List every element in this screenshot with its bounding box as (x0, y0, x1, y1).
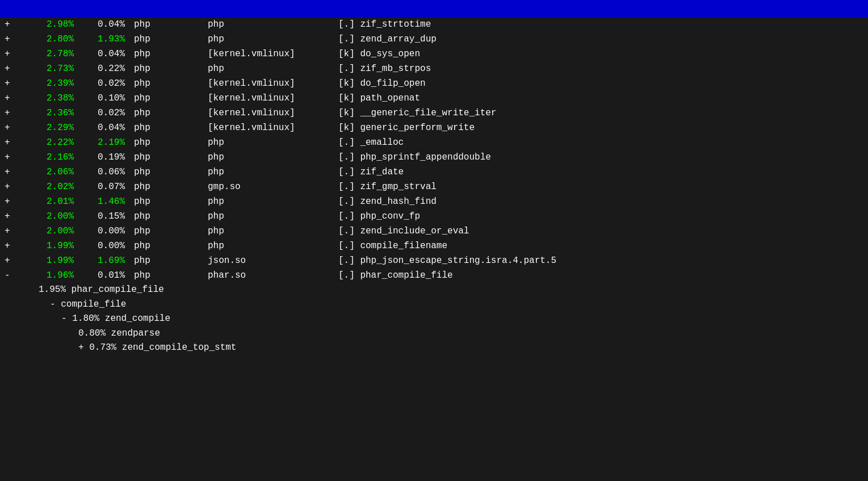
children-value: 2.36% (16, 106, 78, 120)
command-value: php (129, 121, 203, 135)
children-value: 2.00% (16, 224, 78, 238)
expanded-line: 1.95% phar_compile_file (5, 283, 868, 298)
shared-object-value: php (203, 62, 334, 76)
expanded-section: 1.95% phar_compile_file- compile_file- 1… (0, 283, 868, 355)
table-row[interactable]: + 2.38% 0.10% php [kernel.vmlinux] [k] p… (0, 91, 868, 106)
table-row[interactable]: + 2.00% 0.15% php php [.] php_conv_fp (0, 209, 868, 224)
children-value: 2.80% (16, 32, 78, 46)
table-row[interactable]: - 1.96% 0.01% php phar.so [.] phar_compi… (0, 268, 868, 283)
symbol-value: [.] zif_date (334, 165, 863, 179)
command-value: php (129, 210, 203, 223)
self-value: 0.06% (78, 165, 129, 179)
table-row[interactable]: + 2.06% 0.06% php php [.] zif_date (0, 165, 868, 179)
toggle-icon[interactable]: + (5, 195, 16, 208)
toggle-icon[interactable]: + (5, 106, 16, 120)
self-value: 0.04% (78, 121, 129, 135)
symbol-value: [.] zif_gmp_strval (334, 180, 863, 194)
self-value: 0.02% (78, 106, 129, 120)
self-value: 0.19% (78, 150, 129, 164)
self-value: 1.69% (78, 254, 129, 267)
self-value: 0.01% (78, 269, 129, 282)
toggle-icon[interactable]: + (5, 32, 16, 46)
col-header-children (16, 5, 78, 15)
self-value: 1.46% (78, 195, 129, 208)
column-headers (0, 3, 868, 17)
symbol-value: [k] generic_perform_write (334, 121, 863, 135)
table-row[interactable]: + 2.00% 0.00% php php [.] zend_include_o… (0, 224, 868, 239)
toggle-icon[interactable]: + (5, 18, 16, 31)
self-value: 1.93% (78, 32, 129, 46)
expanded-line: - 1.80% zend_compile (5, 312, 868, 327)
shared-object-value: php (203, 32, 334, 46)
symbol-value: [k] do_sys_open (334, 47, 863, 61)
children-value: 2.22% (16, 136, 78, 149)
shared-object-value: php (203, 150, 334, 164)
command-value: php (129, 106, 203, 120)
toggle-icon[interactable]: + (5, 224, 16, 238)
symbol-value: [k] path_openat (334, 91, 863, 105)
table-row[interactable]: + 2.73% 0.22% php php [.] zif_mb_strpos (0, 61, 868, 76)
toggle-icon[interactable]: - (5, 269, 16, 282)
children-value: 2.02% (16, 180, 78, 194)
table-row[interactable]: + 2.98% 0.04% php php [.] zif_strtotime (0, 17, 868, 32)
children-value: 2.29% (16, 121, 78, 135)
command-value: php (129, 136, 203, 149)
self-value: 0.07% (78, 180, 129, 194)
toggle-icon[interactable]: + (5, 210, 16, 223)
command-value: php (129, 180, 203, 194)
toggle-icon[interactable]: + (5, 239, 16, 253)
shared-object-value: php (203, 136, 334, 149)
self-value: 0.04% (78, 18, 129, 31)
data-rows: + 2.98% 0.04% php php [.] zif_strtotime … (0, 17, 868, 283)
toggle-icon[interactable]: + (5, 47, 16, 61)
shared-object-value: [kernel.vmlinux] (203, 121, 334, 135)
table-row[interactable]: + 2.36% 0.02% php [kernel.vmlinux] [k] _… (0, 106, 868, 120)
toggle-icon[interactable]: + (5, 165, 16, 179)
command-value: php (129, 269, 203, 282)
children-value: 2.73% (16, 62, 78, 76)
self-value: 0.02% (78, 77, 129, 90)
toggle-icon[interactable]: + (5, 180, 16, 194)
shared-object-value: gmp.so (203, 180, 334, 194)
table-row[interactable]: + 2.78% 0.04% php [kernel.vmlinux] [k] d… (0, 47, 868, 61)
toggle-icon[interactable]: + (5, 62, 16, 76)
command-value: php (129, 239, 203, 253)
shared-object-value: [kernel.vmlinux] (203, 106, 334, 120)
table-row[interactable]: + 2.39% 0.02% php [kernel.vmlinux] [k] d… (0, 76, 868, 91)
children-value: 2.06% (16, 165, 78, 179)
shared-object-value: json.so (203, 254, 334, 267)
toggle-icon[interactable]: + (5, 91, 16, 105)
command-value: php (129, 32, 203, 46)
shared-object-value: php (203, 210, 334, 223)
table-row[interactable]: + 2.29% 0.04% php [kernel.vmlinux] [k] g… (0, 120, 868, 135)
toggle-icon[interactable]: + (5, 254, 16, 267)
shared-object-value: [kernel.vmlinux] (203, 91, 334, 105)
col-header-self (78, 5, 129, 15)
toggle-icon[interactable]: + (5, 150, 16, 164)
self-value: 0.22% (78, 62, 129, 76)
table-row[interactable]: + 2.01% 1.46% php php [.] zend_hash_find (0, 194, 868, 209)
toggle-icon[interactable]: + (5, 136, 16, 149)
table-row[interactable]: + 2.02% 0.07% php gmp.so [.] zif_gmp_str… (0, 179, 868, 194)
expanded-line: + 0.73% zend_compile_top_stmt (5, 341, 868, 355)
col-header-symbol (334, 5, 863, 15)
table-row[interactable]: + 1.99% 0.00% php php [.] compile_filena… (0, 239, 868, 253)
symbol-value: [.] zend_hash_find (334, 195, 863, 208)
expanded-line: - compile_file (5, 298, 868, 312)
table-row[interactable]: + 2.22% 2.19% php php [.] _emalloc (0, 135, 868, 150)
table-row[interactable]: + 2.16% 0.19% php php [.] php_sprintf_ap… (0, 150, 868, 165)
symbol-value: [.] zend_array_dup (334, 32, 863, 46)
shared-object-value: php (203, 224, 334, 238)
shared-object-value: php (203, 165, 334, 179)
toggle-icon[interactable]: + (5, 77, 16, 90)
expanded-line: 0.80% zendparse (5, 327, 868, 341)
self-value: 0.04% (78, 47, 129, 61)
toggle-icon[interactable]: + (5, 121, 16, 135)
shared-object-value: phar.so (203, 269, 334, 282)
command-value: php (129, 18, 203, 31)
table-row[interactable]: + 2.80% 1.93% php php [.] zend_array_dup (0, 32, 868, 47)
self-value: 2.19% (78, 136, 129, 149)
symbol-value: [.] php_sprintf_appenddouble (334, 150, 863, 164)
table-row[interactable]: + 1.99% 1.69% php json.so [.] php_json_e… (0, 253, 868, 268)
command-value: php (129, 47, 203, 61)
